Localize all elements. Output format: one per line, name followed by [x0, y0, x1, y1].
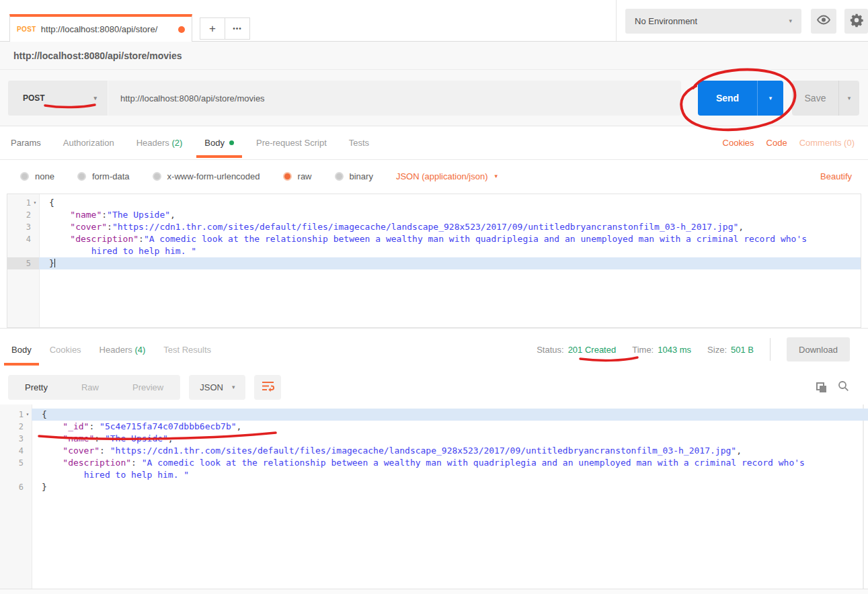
tab-options-button[interactable]: ••• [225, 18, 249, 39]
radio-binary-label: binary [350, 171, 373, 181]
save-options-button[interactable]: ▾ [838, 81, 859, 116]
view-preview[interactable]: Preview [116, 382, 180, 392]
tab-headers-label: Headers [136, 138, 169, 148]
tab-body[interactable]: Body [204, 138, 234, 148]
beautify-link[interactable]: Beautify [820, 171, 868, 181]
cookies-link[interactable]: Cookies [723, 138, 754, 148]
response-tab-cookies[interactable]: Cookies [50, 345, 81, 355]
environment-quicklook-button[interactable] [811, 9, 836, 34]
chevron-down-icon: ▾ [232, 384, 235, 390]
tab-pre-request-script[interactable]: Pre-request Script [256, 138, 327, 148]
request-tab[interactable]: POST http://localhost:8080/api/store/ [9, 14, 192, 42]
settings-button[interactable] [844, 9, 868, 34]
code-line: 1▾{ [0, 409, 868, 421]
line-number-gutter [0, 469, 32, 481]
tab-bar: POST http://localhost:8080/api/store/ + … [0, 0, 868, 42]
radio-form-data[interactable]: form-data [77, 171, 130, 181]
response-headers-label: Headers [100, 345, 132, 355]
method-label: POST [23, 93, 45, 103]
code-text: "cover":"https://cdn1.thr.com/sites/defa… [39, 221, 861, 233]
view-pretty[interactable]: Pretty [8, 382, 65, 392]
eye-icon [816, 15, 831, 28]
tab-actions: + ••• [200, 17, 250, 40]
radio-none[interactable]: none [20, 171, 54, 181]
line-number-gutter: 3 [0, 433, 32, 445]
code-text: hired to help him. " [39, 245, 861, 257]
copy-icon[interactable] [816, 382, 826, 392]
code-text: } [39, 257, 861, 269]
method-selector[interactable]: POST ▾ [8, 81, 108, 116]
environment-selector[interactable]: No Environment ▾ [625, 9, 801, 34]
status-label: Status: [537, 345, 563, 355]
new-tab-button[interactable]: + [200, 18, 225, 39]
tab-params[interactable]: Params [11, 138, 41, 148]
code-text: "description": "A comedic look at the re… [32, 457, 868, 469]
radio-form-data-label: form-data [92, 171, 130, 181]
page-title: http://localhost:8080/api/store/movies [13, 50, 182, 61]
radio-raw-label: raw [298, 171, 312, 181]
headers-count-badge: (2) [171, 138, 182, 148]
comments-link[interactable]: Comments (0) [799, 138, 855, 148]
tab-authorization[interactable]: Authorization [63, 138, 114, 148]
code-text: "name":"The Upside", [39, 209, 861, 221]
radio-icon [20, 172, 29, 181]
tab-headers[interactable]: Headers (2) [136, 138, 183, 148]
view-raw[interactable]: Raw [65, 382, 116, 392]
body-mode-bar: none form-data x-www-form-urlencoded raw… [0, 160, 868, 192]
content-type-label: JSON (application/json) [396, 171, 488, 181]
code-line: 2 "name":"The Upside", [7, 209, 861, 221]
tab-url-label: http://localhost:8080/api/store/ [41, 24, 173, 34]
code-line: 6} [0, 481, 868, 493]
radio-selected-icon [283, 172, 292, 181]
unsaved-changes-dot [178, 26, 185, 33]
radio-urlencoded-label: x-www-form-urlencoded [167, 171, 260, 181]
code-line: 4 "description":"A comedic look at the r… [7, 233, 861, 245]
send-options-button[interactable]: ▾ [757, 81, 783, 116]
chevron-down-icon: ▾ [494, 173, 498, 179]
code-line: 1▾{ [7, 197, 861, 209]
request-tabs: Params Authorization Headers (2) Body Pr… [0, 126, 868, 160]
save-label: Save [792, 81, 838, 116]
request-body-editor[interactable]: 1▾{2 "name":"The Upside",3 "cover":"http… [7, 194, 861, 328]
radio-urlencoded[interactable]: x-www-form-urlencoded [153, 171, 260, 181]
fold-caret-icon[interactable]: ▾ [31, 197, 39, 209]
response-tab-body[interactable]: Body [11, 345, 32, 355]
tab-tests[interactable]: Tests [349, 138, 369, 148]
code-text: { [32, 409, 868, 421]
content-type-selector[interactable]: JSON (application/json) ▾ [396, 171, 498, 181]
chevron-down-icon: ▾ [789, 18, 792, 24]
request-builder: POST ▾ http://localhost:8080/api/store/m… [0, 70, 868, 126]
radio-binary[interactable]: binary [335, 171, 373, 181]
response-view-switch: Pretty Raw Preview [8, 375, 180, 400]
search-icon[interactable] [838, 380, 849, 394]
status-value: 201 Created [568, 345, 617, 355]
wrap-lines-button[interactable] [254, 375, 281, 400]
line-number-gutter [7, 245, 39, 257]
gear-icon [849, 13, 864, 30]
save-button[interactable]: Save ▾ [792, 81, 859, 116]
send-button[interactable]: Send ▾ [698, 81, 783, 116]
postman-app: POST http://localhost:8080/api/store/ + … [0, 0, 868, 594]
line-number-gutter: 5 [0, 457, 32, 469]
fold-caret-icon[interactable]: ▾ [24, 409, 32, 421]
response-tabs: Body Cookies Headers (4) Test Results [0, 345, 211, 355]
time-label: Time: [632, 345, 654, 355]
response-tab-headers[interactable]: Headers (4) [100, 345, 146, 355]
radio-raw[interactable]: raw [283, 171, 312, 181]
response-tab-test-results[interactable]: Test Results [163, 345, 211, 355]
line-number-gutter: 2 [0, 421, 32, 433]
response-actions [816, 380, 868, 394]
header-divider [616, 0, 617, 41]
text-cursor [54, 259, 55, 267]
url-input[interactable]: http://localhost:8080/api/store/movies [108, 81, 681, 116]
code-line: 2 "_id": "5c4e715fa74c07dbbb6ecb7b", [0, 421, 868, 433]
request-title-bar: http://localhost:8080/api/store/movies [0, 42, 868, 70]
download-button[interactable]: Download [787, 337, 850, 362]
code-link[interactable]: Code [766, 138, 787, 148]
response-body-viewer[interactable]: 1▾{2 "_id": "5c4e715fa74c07dbbb6ecb7b",3… [0, 405, 868, 589]
size-label: Size: [707, 345, 727, 355]
time-badge: Time:1043 ms [632, 345, 691, 355]
response-language-selector[interactable]: JSON ▾ [189, 375, 245, 400]
line-number-gutter: 1▾ [7, 197, 39, 209]
line-number-gutter: 5 [7, 257, 39, 269]
